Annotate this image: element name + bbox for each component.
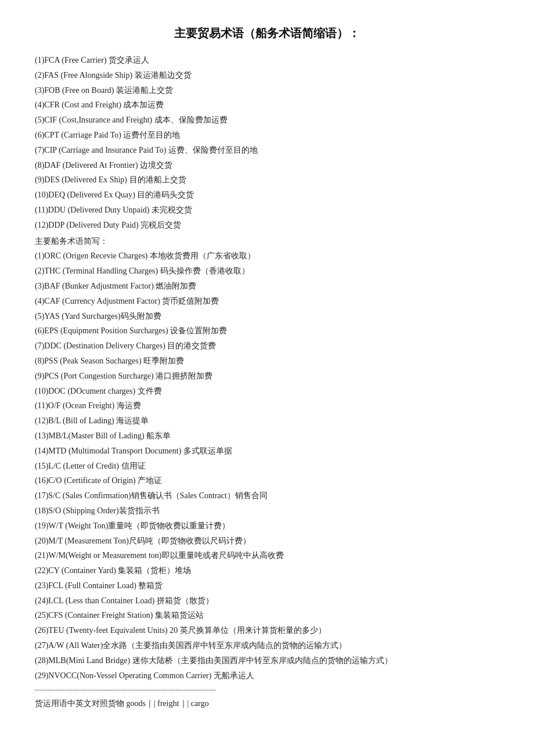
list-item: (20)M/T (Measurement Ton)尺码吨（即货物收费以尺码计费）	[35, 534, 499, 548]
list-item: (11)DDU (Delivered Duty Unpaid) 未完税交货	[35, 203, 499, 217]
list-item: (11)O/F (Ocean Freight) 海运费	[35, 399, 499, 413]
list-item: (3)BAF (Bunker Adjustment Factor) 燃油附加费	[35, 279, 499, 293]
list-item: (29)NVOCC(Non-Vessel Operating Common Ca…	[35, 669, 499, 683]
page-title: 主要贸易术语（船务术语简缩语）：	[35, 23, 499, 43]
list-item: (16)C/O (Certificate of Origin) 产地证	[35, 474, 499, 488]
list-item: (26)TEU (Twenty-feet Equivalent Units) 2…	[35, 624, 499, 638]
list-item: (17)S/C (Sales Confirmation)销售确认书（Sales …	[35, 489, 499, 503]
list-item: (22)CY (Container Yard) 集装箱（货柜）堆场	[35, 564, 499, 578]
list-item: (9)PCS (Port Congestion Surcharge) 港口拥挤附…	[35, 369, 499, 383]
list-item: (1)FCA (Free Carrier) 货交承运人	[35, 53, 499, 67]
list-item: (6)EPS (Equipment Position Surcharges) 设…	[35, 324, 499, 338]
list-item: (23)FCL (Full Container Load) 整箱货	[35, 579, 499, 593]
main-content: 主要贸易术语（船务术语简缩语）： (1)FCA (Free Carrier) 货…	[35, 23, 499, 710]
list-item: (21)W/M(Weight or Measurement ton)即以重量吨或…	[35, 549, 499, 563]
list-item: (2)THC (Terminal Handling Charges) 码头操作费…	[35, 264, 499, 278]
list-item: (7)DDC (Destination Delivery Charges) 目的…	[35, 339, 499, 353]
list-item: (8)PSS (Peak Season Sucharges) 旺季附加费	[35, 354, 499, 368]
list-item: (6)CPT (Carriage Paid To) 运费付至目的地	[35, 128, 499, 142]
list-item: (13)MB/L(Master Bill of Lading) 船东单	[35, 429, 499, 443]
abbreviations-list: (1)ORC (Origen Recevie Charges) 本地收货费用（广…	[35, 249, 499, 682]
list-item: (19)W/T (Weight Ton)重量吨（即货物收费以重量计费）	[35, 519, 499, 533]
list-item: (25)CFS (Container Freight Station) 集装箱货…	[35, 609, 499, 622]
list-item: (28)MLB(Mini Land Bridge) 迷你大陆桥（主要指由美国西岸…	[35, 654, 499, 668]
list-item: (3)FOB (Free on Board) 装运港船上交货	[35, 84, 499, 98]
list-item: (8)DAF (Delivered At Frontier) 边境交货	[35, 159, 499, 172]
list-item: (4)CFR (Cost and Freight) 成本加运费	[35, 98, 499, 112]
list-item: (24)LCL (Less than Container Load) 拼箱货（散…	[35, 594, 499, 608]
list-item: (4)CAF (Currency Adjustment Factor) 货币贬值…	[35, 294, 499, 308]
list-item: (10)DEQ (Delivered Ex Quay) 目的港码头交货	[35, 188, 499, 202]
list-item: (27)A/W (All Water)全水路（主要指由美国西岸中转至东岸或内陆点…	[35, 639, 499, 653]
list-item: (5)YAS (Yard Surcharges)码头附加费	[35, 309, 499, 323]
list-item: (7)CIP (Carriage and Insurance Paid To) …	[35, 143, 499, 157]
list-item: (12)B/L (Bill of Lading) 海运提单	[35, 414, 499, 428]
incoterms-list: (1)FCA (Free Carrier) 货交承运人(2)FAS (Free …	[35, 53, 499, 232]
list-item: (12)DDP (Delivered Duty Paid) 完税后交货	[35, 218, 499, 232]
section-header: 主要船务术语简写：	[35, 235, 499, 249]
divider-line: ----------------------------------------…	[35, 683, 499, 696]
list-item: (2)FAS (Free Alongside Ship) 装运港船边交货	[35, 69, 499, 82]
list-item: (1)ORC (Origen Recevie Charges) 本地收货费用（广…	[35, 249, 499, 263]
list-item: (10)DOC (DOcument charges) 文件费	[35, 384, 499, 398]
list-item: (18)S/O (Shipping Order)装货指示书	[35, 504, 499, 518]
footer-text: 货运用语中英文对照货物 goods｜| freight｜| cargo	[35, 697, 499, 711]
list-item: (9)DES (Delivered Ex Ship) 目的港船上交货	[35, 173, 499, 187]
list-item: (5)CIF (Cost,Insurance and Freight) 成本、保…	[35, 113, 499, 127]
list-item: (15)L/C (Letter of Credit) 信用证	[35, 459, 499, 473]
list-item: (14)MTD (Multimodal Transport Document) …	[35, 444, 499, 458]
